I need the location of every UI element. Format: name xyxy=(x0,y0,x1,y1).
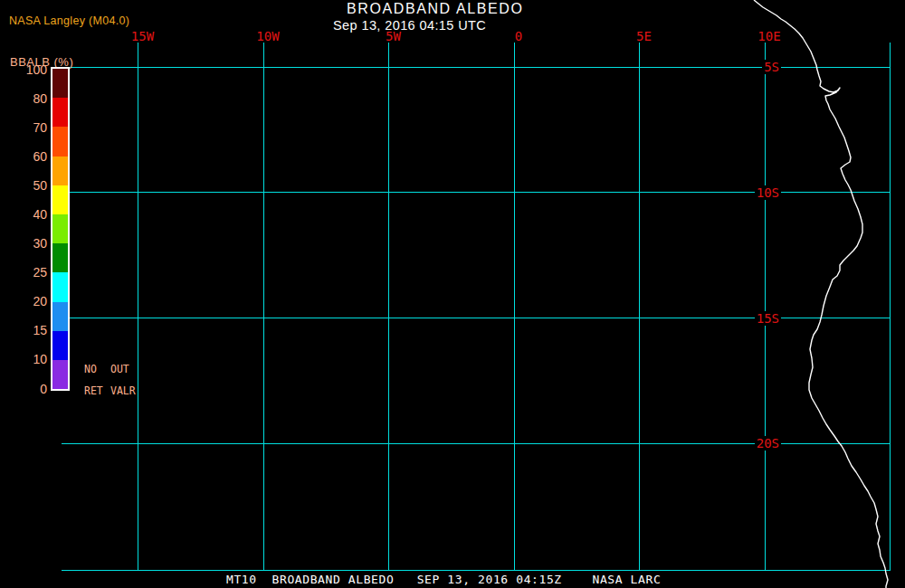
colorbar-segment xyxy=(52,214,68,243)
footer-status-text: MT10 BROADBAND ALBEDO SEP 13, 2016 04:15… xyxy=(226,573,661,586)
lat-label-15S: 15S xyxy=(755,311,781,326)
colorbar-segment xyxy=(52,127,68,156)
coastline xyxy=(754,0,888,588)
colorbar-segment xyxy=(52,360,68,389)
colorbar-flag-OUT: OUT xyxy=(110,364,129,375)
colorbar-tick-15: 15 xyxy=(13,324,47,337)
colorbar-flag-RET: RET xyxy=(84,385,103,396)
colorbar-tick-10: 10 xyxy=(13,353,47,365)
colorbar-segment xyxy=(52,156,68,185)
colorbar-segment xyxy=(52,69,68,98)
albedo-product-view: NASA Langley (M04.0) BROADBAND ALBEDO Se… xyxy=(0,0,905,588)
colorbar-tick-0: 0 xyxy=(13,383,47,395)
colorbar-tick-100: 100 xyxy=(13,63,47,76)
colorbar-segment xyxy=(52,243,68,272)
lon-label-15W: 15W xyxy=(130,31,155,43)
org-label: NASA Langley (M04.0) xyxy=(9,14,129,27)
colorbar-tick-60: 60 xyxy=(13,150,47,163)
colorbar xyxy=(51,67,70,391)
page-title: BROADBAND ALBEDO xyxy=(347,1,523,17)
colorbar-segment xyxy=(52,272,68,301)
colorbar-tick-40: 40 xyxy=(13,208,47,221)
lon-label-10E: 10E xyxy=(757,31,781,43)
colorbar-tick-20: 20 xyxy=(13,295,47,308)
lon-label-0: 0 xyxy=(514,31,523,43)
lat-label-20S: 20S xyxy=(755,436,781,450)
map-grid xyxy=(62,43,891,570)
colorbar-tick-50: 50 xyxy=(13,179,47,192)
colorbar-segment xyxy=(52,302,68,331)
colorbar-flag-NO: NO xyxy=(84,364,97,375)
colorbar-tick-30: 30 xyxy=(13,237,47,250)
colorbar-flag-VALR: VALR xyxy=(110,385,136,396)
lon-label-5W: 5W xyxy=(385,31,402,43)
colorbar-segment xyxy=(52,98,68,127)
colorbar-tick-70: 70 xyxy=(13,121,47,134)
colorbar-tick-25: 25 xyxy=(13,266,47,279)
colorbar-tick-80: 80 xyxy=(13,92,47,105)
lon-label-10W: 10W xyxy=(255,31,280,43)
colorbar-segment xyxy=(52,185,68,214)
colorbar-segment xyxy=(52,331,68,360)
map-canvas xyxy=(0,0,905,588)
page-subtitle: Sep 13, 2016 04:15 UTC xyxy=(333,18,486,33)
lat-label-5S: 5S xyxy=(762,60,781,74)
lat-label-10S: 10S xyxy=(755,185,781,200)
lon-label-5E: 5E xyxy=(635,31,653,43)
